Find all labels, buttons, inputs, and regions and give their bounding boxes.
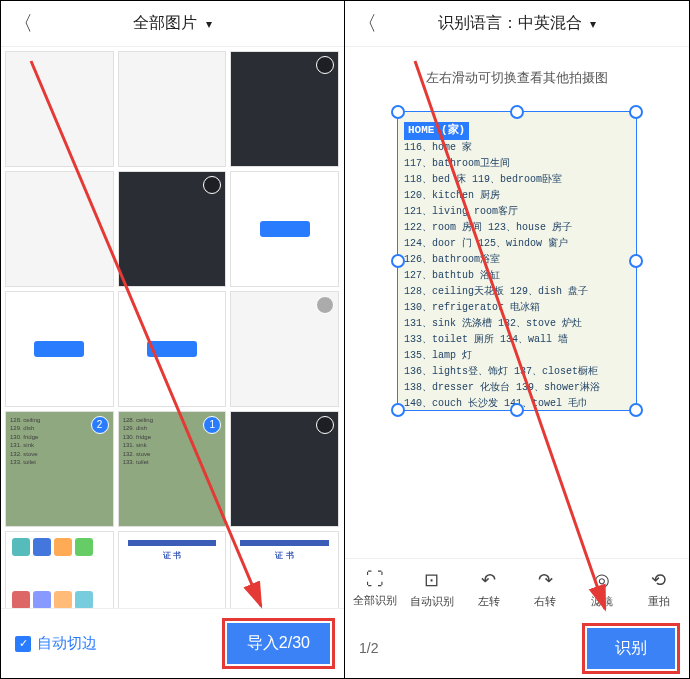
vocab-line: 124、door 门 125、window 窗户 <box>404 236 630 252</box>
vocab-line: 131、sink 洗涤槽 132、stove 炉灶 <box>404 316 630 332</box>
gallery-title-text: 全部图片 <box>133 14 197 31</box>
edit-toolbar: ⛶全部识别⊡自动识别↶左转↷右转◎滤镜⟲重拍 <box>345 558 689 618</box>
tool-icon: ⊡ <box>424 569 439 591</box>
vocab-line: 118、bed 床 119、bedroom卧室 <box>404 172 630 188</box>
tool-label: 滤镜 <box>591 594 613 609</box>
thumbnail[interactable] <box>5 171 114 287</box>
crop-handle[interactable] <box>629 403 643 417</box>
vocab-line: 127、bathtub 浴缸 <box>404 268 630 284</box>
import-button[interactable]: 导入2/30 <box>227 623 330 664</box>
back-button[interactable]: 〈 <box>13 10 33 37</box>
gallery-footer: ✓ 自动切边 导入2/30 <box>1 608 344 678</box>
selection-badge <box>316 56 334 74</box>
recognize-panel: 〈 识别语言：中英混合 ▾ 左右滑动可切换查看其他拍摄图 HOME (家) 11… <box>345 1 689 678</box>
thumbnail[interactable]: 128. ceiling129. dish130. fridge131. sin… <box>5 411 114 527</box>
tool-重拍[interactable]: ⟲重拍 <box>636 569 682 609</box>
vocab-list: 116、home 家117、bathroom卫生间118、bed 床 119、b… <box>404 140 630 412</box>
vocab-line: 121、living room客厅 <box>404 204 630 220</box>
tool-icon: ↷ <box>538 569 553 591</box>
tool-滤镜[interactable]: ◎滤镜 <box>579 569 625 609</box>
thumbnail[interactable] <box>118 51 227 167</box>
swipe-hint: 左右滑动可切换查看其他拍摄图 <box>426 69 608 87</box>
thumbnail[interactable] <box>230 51 339 167</box>
recognize-title-text: 识别语言：中英混合 <box>438 14 582 31</box>
recognize-footer: 1/2 识别 <box>345 618 689 678</box>
tool-icon: ◎ <box>594 569 610 591</box>
selection-badge: 1 <box>203 416 221 434</box>
thumbnail[interactable]: 证 书 <box>118 531 227 608</box>
vocab-title: HOME (家) <box>404 122 469 140</box>
thumbnail[interactable] <box>230 171 339 287</box>
thumbnail[interactable]: 证 书 <box>230 531 339 608</box>
tool-label: 重拍 <box>648 594 670 609</box>
auto-crop-toggle[interactable]: ✓ 自动切边 <box>15 634 97 653</box>
tool-左转[interactable]: ↶左转 <box>466 569 512 609</box>
thumbnail[interactable] <box>5 291 114 407</box>
crop-handle[interactable] <box>391 254 405 268</box>
vocab-line: 130、refrigerator 电冰箱 <box>404 300 630 316</box>
selection-badge <box>316 296 334 314</box>
vocab-line: 122、room 房间 123、house 房子 <box>404 220 630 236</box>
selection-badge <box>316 416 334 434</box>
auto-crop-label: 自动切边 <box>37 634 97 653</box>
tool-label: 全部识别 <box>353 593 397 608</box>
recognize-title[interactable]: 识别语言：中英混合 ▾ <box>438 13 596 34</box>
tool-右转[interactable]: ↷右转 <box>522 569 568 609</box>
vocab-line: 133、toilet 厕所 134、wall 墙 <box>404 332 630 348</box>
recognize-header: 〈 识别语言：中英混合 ▾ <box>345 1 689 47</box>
chevron-down-icon: ▾ <box>206 17 212 31</box>
tool-label: 自动识别 <box>410 594 454 609</box>
tool-自动识别[interactable]: ⊡自动识别 <box>409 569 455 609</box>
thumbnail[interactable]: 128. ceiling129. dish130. fridge131. sin… <box>118 411 227 527</box>
tool-全部识别[interactable]: ⛶全部识别 <box>352 569 398 608</box>
crop-handle[interactable] <box>629 254 643 268</box>
selection-badge <box>203 176 221 194</box>
tool-label: 右转 <box>534 594 556 609</box>
gallery-header: 〈 全部图片 ▾ <box>1 1 344 47</box>
gallery-title[interactable]: 全部图片 ▾ <box>133 13 211 34</box>
thumbnail[interactable] <box>118 171 227 287</box>
crop-handle[interactable] <box>391 403 405 417</box>
thumbnail-grid: 128. ceiling129. dish130. fridge131. sin… <box>1 47 344 608</box>
vocab-line: 135、lamp 灯 <box>404 348 630 364</box>
tool-icon: ⟲ <box>651 569 666 591</box>
selection-badge: 2 <box>91 416 109 434</box>
vocab-line: 136、lights登、饰灯 137、closet橱柜 <box>404 364 630 380</box>
page-indicator: 1/2 <box>359 640 378 656</box>
vocab-line: 126、bathroom浴室 <box>404 252 630 268</box>
vocab-line: 117、bathroom卫生间 <box>404 156 630 172</box>
tool-icon: ⛶ <box>366 569 384 590</box>
recognize-body: 左右滑动可切换查看其他拍摄图 HOME (家) 116、home 家117、ba… <box>345 47 689 558</box>
gallery-panel: 〈 全部图片 ▾ 128. ceiling129. dish130. fridg… <box>1 1 345 678</box>
vocab-line: 120、kitchen 厨房 <box>404 188 630 204</box>
tool-label: 左转 <box>478 594 500 609</box>
chevron-down-icon: ▾ <box>590 17 596 31</box>
crop-handle[interactable] <box>391 105 405 119</box>
thumbnail[interactable] <box>230 291 339 407</box>
crop-handle[interactable] <box>510 403 524 417</box>
crop-handle[interactable] <box>510 105 524 119</box>
recognize-button[interactable]: 识别 <box>587 628 675 669</box>
back-button[interactable]: 〈 <box>357 10 377 37</box>
thumbnail[interactable] <box>5 531 114 608</box>
thumbnail[interactable] <box>5 51 114 167</box>
thumbnail[interactable] <box>230 411 339 527</box>
vocab-line: 128、ceiling天花板 129、dish 盘子 <box>404 284 630 300</box>
checkbox-icon: ✓ <box>15 636 31 652</box>
crop-handle[interactable] <box>629 105 643 119</box>
vocab-line: 116、home 家 <box>404 140 630 156</box>
thumbnail[interactable] <box>118 291 227 407</box>
tool-icon: ↶ <box>481 569 496 591</box>
crop-area[interactable]: HOME (家) 116、home 家117、bathroom卫生间118、be… <box>397 111 637 411</box>
vocab-line: 138、dresser 化妆台 139、shower淋浴 <box>404 380 630 396</box>
